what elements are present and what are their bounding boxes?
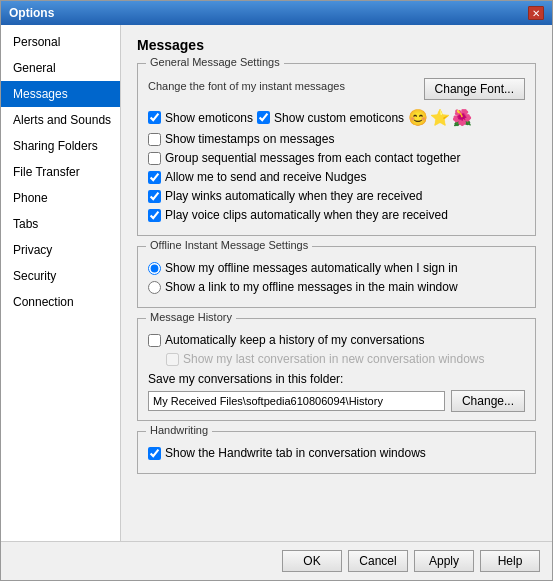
show-link-label: Show a link to my offline messages in th… [165,280,458,294]
change-font-button[interactable]: Change Font... [424,78,525,100]
sidebar-item-file-transfer[interactable]: File Transfer [1,159,120,185]
page-title: Messages [137,37,536,53]
timestamps-row: Show timestamps on messages [148,132,525,146]
flower-icon: 🌺 [452,108,472,127]
content-area: Personal General Messages Alerts and Sou… [1,25,552,541]
show-timestamps-checkbox[interactable] [148,133,161,146]
window-title: Options [9,6,54,20]
play-winks-checkbox[interactable] [148,190,161,203]
close-button[interactable]: ✕ [528,6,544,20]
show-handwrite-checkbox[interactable] [148,447,161,460]
group-sequential-checkbox[interactable] [148,152,161,165]
emoticons-row: Show emoticons Show custom emoticons 😊 ⭐… [148,108,525,127]
auto-keep-row: Automatically keep a history of my conve… [148,333,525,347]
show-link-radio[interactable] [148,281,161,294]
offline-settings-group: Offline Instant Message Settings Show my… [137,246,536,308]
ok-button[interactable]: OK [282,550,342,572]
sidebar-item-messages[interactable]: Messages [1,81,120,107]
allow-nudges-row: Allow me to send and receive Nudges [148,170,525,184]
sidebar-item-tabs[interactable]: Tabs [1,211,120,237]
show-offline-row: Show my offline messages automatically w… [148,261,525,275]
show-last-label: Show my last conversation in new convers… [183,352,484,366]
change-font-row: Change the font of my instant messages C… [148,78,525,100]
history-content: Automatically keep a history of my conve… [148,333,525,412]
play-voice-label: Play voice clips automatically when they… [165,208,448,222]
sidebar-item-phone[interactable]: Phone [1,185,120,211]
allow-nudges-checkbox[interactable] [148,171,161,184]
show-offline-label: Show my offline messages automatically w… [165,261,458,275]
play-winks-row: Play winks automatically when they are r… [148,189,525,203]
folder-row: Change... [148,390,525,412]
history-title: Message History [146,311,236,323]
general-settings-content: Change the font of my instant messages C… [148,78,525,222]
save-folder-label: Save my conversations in this folder: [148,372,525,386]
main-panel: Messages General Message Settings Change… [121,25,552,541]
show-offline-radio[interactable] [148,262,161,275]
change-folder-button[interactable]: Change... [451,390,525,412]
show-last-checkbox[interactable] [166,353,179,366]
show-link-row: Show a link to my offline messages in th… [148,280,525,294]
sidebar: Personal General Messages Alerts and Sou… [1,25,121,541]
auto-keep-label: Automatically keep a history of my conve… [165,333,424,347]
show-custom-emoticons-label: Show custom emoticons [274,111,404,125]
sidebar-item-security[interactable]: Security [1,263,120,289]
handwriting-content: Show the Handwrite tab in conversation w… [148,446,525,460]
apply-button[interactable]: Apply [414,550,474,572]
group-sequential-row: Group sequential messages from each cont… [148,151,525,165]
sidebar-item-alerts-sounds[interactable]: Alerts and Sounds [1,107,120,133]
play-winks-label: Play winks automatically when they are r… [165,189,422,203]
options-window: Options ✕ Personal General Messages Aler… [0,0,553,581]
handwriting-title: Handwriting [146,424,212,436]
show-timestamps-label: Show timestamps on messages [165,132,334,146]
handwriting-group: Handwriting Show the Handwrite tab in co… [137,431,536,474]
play-voice-checkbox[interactable] [148,209,161,222]
sidebar-item-connection[interactable]: Connection [1,289,120,315]
save-folder-input[interactable] [148,391,445,411]
general-settings-title: General Message Settings [146,56,284,68]
allow-nudges-label: Allow me to send and receive Nudges [165,170,366,184]
show-last-row: Show my last conversation in new convers… [166,352,525,366]
smiley-icon: 😊 [408,108,428,127]
sidebar-item-privacy[interactable]: Privacy [1,237,120,263]
footer-bar: OK Cancel Apply Help [1,541,552,580]
group-sequential-label: Group sequential messages from each cont… [165,151,461,165]
auto-keep-checkbox[interactable] [148,334,161,347]
show-handwrite-row: Show the Handwrite tab in conversation w… [148,446,525,460]
help-button[interactable]: Help [480,550,540,572]
history-group: Message History Automatically keep a his… [137,318,536,421]
titlebar: Options ✕ [1,1,552,25]
offline-settings-content: Show my offline messages automatically w… [148,261,525,294]
sidebar-item-personal[interactable]: Personal [1,29,120,55]
show-emoticons-label: Show emoticons [165,111,253,125]
change-font-label: Change the font of my instant messages [148,80,345,92]
general-settings-group: General Message Settings Change the font… [137,63,536,236]
show-emoticons-checkbox[interactable] [148,111,161,124]
show-custom-emoticons-checkbox[interactable] [257,111,270,124]
sidebar-item-general[interactable]: General [1,55,120,81]
star-icon: ⭐ [430,108,450,127]
sidebar-item-sharing-folders[interactable]: Sharing Folders [1,133,120,159]
cancel-button[interactable]: Cancel [348,550,408,572]
emoticon-icons: 😊 ⭐ 🌺 [408,108,472,127]
save-folder-section: Save my conversations in this folder: Ch… [148,372,525,412]
play-voice-row: Play voice clips automatically when they… [148,208,525,222]
offline-settings-title: Offline Instant Message Settings [146,239,312,251]
show-handwrite-label: Show the Handwrite tab in conversation w… [165,446,426,460]
